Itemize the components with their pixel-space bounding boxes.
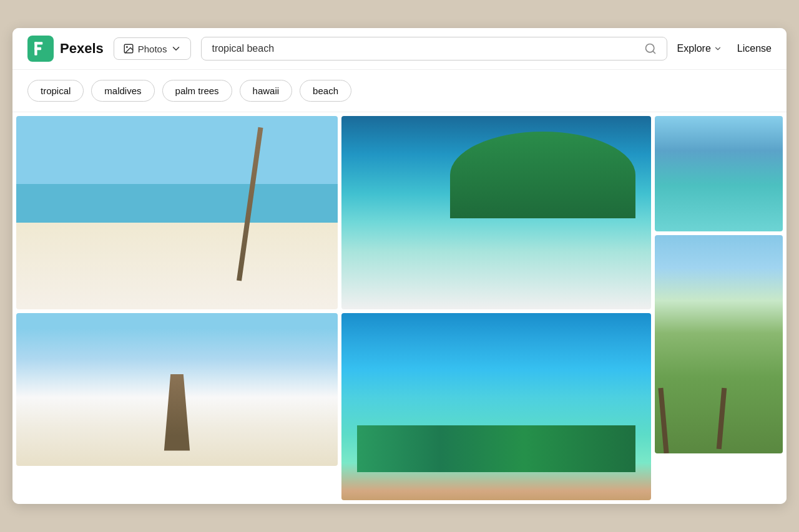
tag-palmtrees[interactable]: palm trees (162, 80, 232, 102)
photo-item[interactable] (341, 116, 651, 309)
photo-col-1 (16, 116, 338, 500)
chevron-down-icon (170, 43, 182, 54)
tag-hawaii[interactable]: hawaii (240, 80, 293, 102)
main-nav: Explore License (677, 43, 772, 54)
photo-item[interactable] (16, 116, 338, 309)
tags-row: tropical maldives palm trees hawaii beac… (12, 70, 787, 112)
tag-tropical[interactable]: tropical (27, 80, 84, 102)
explore-chevron-icon (713, 44, 722, 53)
tag-maldives[interactable]: maldives (91, 80, 154, 102)
photo-grid (12, 112, 787, 504)
browser-window: Pexels Photos Explore (12, 28, 787, 504)
pexels-logo-icon (27, 36, 54, 62)
photo-col-3 (655, 116, 783, 500)
photo-item[interactable] (16, 313, 338, 466)
tag-beach[interactable]: beach (300, 80, 351, 102)
header: Pexels Photos Explore (12, 28, 787, 70)
explore-nav-link[interactable]: Explore (677, 43, 722, 54)
svg-rect-2 (34, 47, 41, 50)
search-input[interactable] (212, 43, 637, 54)
media-type-selector[interactable]: Photos (114, 37, 192, 60)
photos-icon (123, 43, 134, 54)
media-selector-label: Photos (138, 44, 167, 54)
search-bar[interactable] (201, 37, 667, 60)
svg-point-4 (126, 46, 127, 47)
photo-item[interactable] (655, 116, 783, 231)
photo-item[interactable] (341, 313, 651, 500)
logo[interactable]: Pexels (27, 36, 104, 62)
palm-decoration (237, 127, 263, 281)
logo-text: Pexels (60, 41, 104, 57)
photo-col-2 (341, 116, 651, 500)
license-nav-link[interactable]: License (737, 43, 772, 54)
p-lettermark (32, 41, 49, 57)
photo-item[interactable] (655, 235, 783, 453)
search-icon (644, 42, 657, 55)
svg-rect-1 (34, 42, 42, 44)
